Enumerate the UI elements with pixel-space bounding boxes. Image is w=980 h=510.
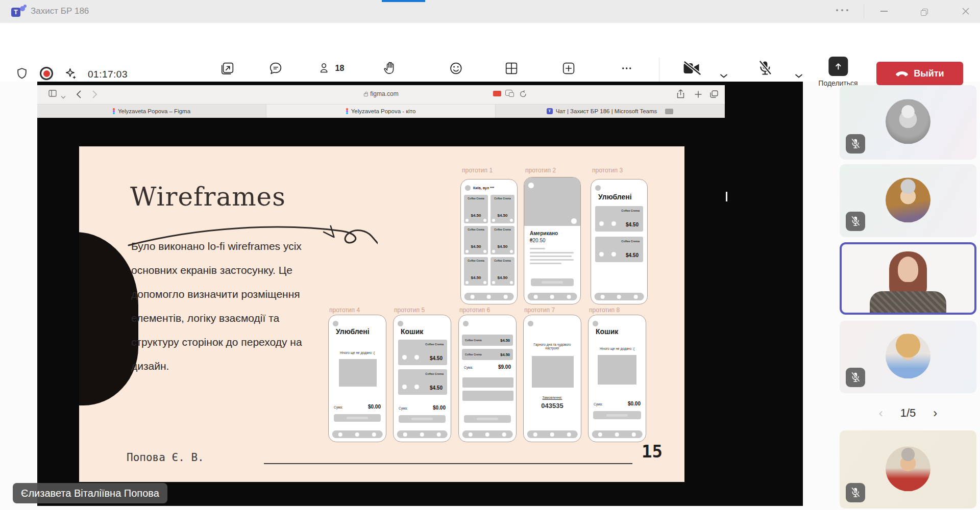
wireframe-phone-5: Кошик Coffee Crema $4.50 Coffee Crema $4… xyxy=(393,315,451,442)
security-shield-icon xyxy=(15,67,29,82)
address-bar: figma.com xyxy=(363,90,398,97)
teams-meeting-window: T Захист БР 186 01:17:03 xyxy=(0,0,980,510)
mic-off-icon xyxy=(758,58,772,79)
tab-overview-icon xyxy=(710,90,718,99)
camera-options-chevron-icon[interactable] xyxy=(720,71,728,81)
wireframe-phone-7: Гарного дня та чудового настрою! Замовле… xyxy=(523,315,581,442)
mic-muted-badge xyxy=(846,483,865,502)
wireframe-phone-2: Американо ₴20.50 xyxy=(524,177,581,304)
prototype-label: прототип 8 xyxy=(589,307,620,314)
wireframe-phone-1: Київ, вул *** Coffee Crema$4.50 Coffee C… xyxy=(460,179,518,304)
teams-tab-icon: T xyxy=(547,108,553,114)
avatar xyxy=(886,99,930,144)
leave-button[interactable]: Выйти xyxy=(876,62,963,85)
participant-tile-4[interactable] xyxy=(840,321,976,393)
prototype-label: прототип 1 xyxy=(462,167,493,174)
share-button[interactable]: Поделиться xyxy=(818,56,857,87)
mic-options-chevron-icon[interactable] xyxy=(795,71,803,81)
browser-tab-figma-2: Yelyzaveta Popova - кіто xyxy=(266,105,495,118)
screenshare-active-icon xyxy=(493,91,501,96)
shared-browser-chrome: figma.com Yel xyxy=(37,85,725,118)
mic-off-icon xyxy=(850,372,861,383)
share-content-icon xyxy=(219,58,235,79)
chat-bubble-icon xyxy=(268,58,283,79)
lock-icon xyxy=(363,93,368,96)
presenter-silhouette xyxy=(79,232,138,405)
presentation-slide: Wireframes Було виконано lo-fi wireframe… xyxy=(79,146,684,482)
slide-footer-line xyxy=(264,463,632,464)
browser-back-icon xyxy=(76,90,81,100)
participant-tile-2[interactable] xyxy=(840,164,976,237)
slide-body-text: Було виконано lo-fi wireframes усіх осно… xyxy=(131,234,346,378)
mic-muted-badge xyxy=(846,212,865,231)
pager-count: 1/5 xyxy=(900,406,916,420)
reload-icon xyxy=(520,90,527,99)
camera-off-icon xyxy=(683,58,701,79)
grid-view-icon xyxy=(504,58,519,79)
mic-off-icon xyxy=(850,216,861,227)
figma-icon xyxy=(113,108,115,114)
participant-tile-5[interactable] xyxy=(840,430,976,508)
sidebar-panel-icon xyxy=(48,90,57,98)
wireframe-phone-8: Кошик Нічого ще не додано :( Сума: $0.00 xyxy=(588,315,646,442)
tab-group-icon xyxy=(665,109,673,114)
slide-page-number: 15 xyxy=(642,441,663,462)
browser-tab-figma-1: Yelyzaveta Popova – Figma xyxy=(37,105,266,118)
browser-forward-icon xyxy=(92,90,97,100)
raise-hand-icon xyxy=(382,58,398,79)
smiley-icon xyxy=(448,58,463,79)
browser-tab-teams: T Чат | Захист БР 186 | Microsoft Teams xyxy=(496,105,724,118)
avatar xyxy=(886,446,930,491)
mic-off-icon xyxy=(850,138,861,149)
mic-muted-badge xyxy=(846,368,865,387)
more-dots-icon xyxy=(620,58,634,79)
sidebar-chevron-icon xyxy=(61,92,66,100)
close-button[interactable] xyxy=(959,5,973,17)
share-arrow-icon xyxy=(828,57,848,76)
prototype-label: прототип 4 xyxy=(329,307,360,314)
pager-prev-icon[interactable]: ‹ xyxy=(879,406,883,420)
meeting-toolbar: 01:17:03 Контент Чат xyxy=(0,23,980,82)
participant-tile-1[interactable] xyxy=(840,85,976,160)
prototype-label: прототип 3 xyxy=(592,167,623,174)
window-title: Захист БР 186 xyxy=(31,6,89,16)
copilot-sparkle-icon xyxy=(64,67,78,82)
restore-button[interactable] xyxy=(918,5,932,17)
meeting-timer: 01:17:03 xyxy=(88,69,128,80)
figma-icon xyxy=(346,108,348,114)
hangup-phone-icon xyxy=(895,70,909,77)
avatar xyxy=(886,334,930,378)
text-caret xyxy=(726,192,727,201)
wireframe-phone-4: Улюблені Нічого ще не додано :( Сума: $0… xyxy=(328,315,386,442)
participants-count: 18 xyxy=(335,64,345,73)
shared-screen-stage: figma.com Yel xyxy=(37,82,803,506)
browser-tab-bar: Yelyzaveta Popova – Figma Yelyzaveta Pop… xyxy=(37,105,725,118)
participants-icon xyxy=(317,61,332,76)
wireframe-phone-6: Coffee Crema $4.50 Coffee Crema $4.50 Су… xyxy=(458,315,517,442)
browser-share-icon xyxy=(677,89,684,100)
participants-pager: ‹ 1/5 › xyxy=(840,400,976,426)
pager-next-icon[interactable]: › xyxy=(933,406,937,420)
prototype-label: прототип 5 xyxy=(394,307,425,314)
prototype-label: прототип 6 xyxy=(459,307,490,314)
slide-author: Попова Є. В. xyxy=(127,451,204,464)
recording-indicator-icon xyxy=(40,67,53,80)
titlebar-more-options-icon[interactable] xyxy=(836,9,848,11)
translate-icon xyxy=(505,90,512,96)
apps-plus-icon xyxy=(561,58,576,79)
screenshare-indicator-strip xyxy=(382,0,425,2)
teams-logo-icon: T xyxy=(11,5,27,19)
mic-muted-badge xyxy=(846,134,865,154)
participant-tile-active-speaker[interactable] xyxy=(840,242,976,315)
wireframe-phone-3: Улюблені Coffee Crema $4.50 Coffee Crema… xyxy=(591,179,648,304)
mic-off-icon xyxy=(850,487,861,498)
minimize-button[interactable] xyxy=(877,5,891,17)
speaker-caption: Єлизавета Віталіївна Попова xyxy=(13,483,167,503)
prototype-label: прототип 2 xyxy=(525,167,556,174)
prototype-label: прототип 7 xyxy=(524,307,555,314)
slide-title: Wireframes xyxy=(130,182,286,212)
avatar xyxy=(886,177,930,222)
new-tab-plus-icon xyxy=(695,91,702,99)
browser-toolbar: figma.com xyxy=(37,85,725,105)
titlebar-divider xyxy=(864,4,864,18)
